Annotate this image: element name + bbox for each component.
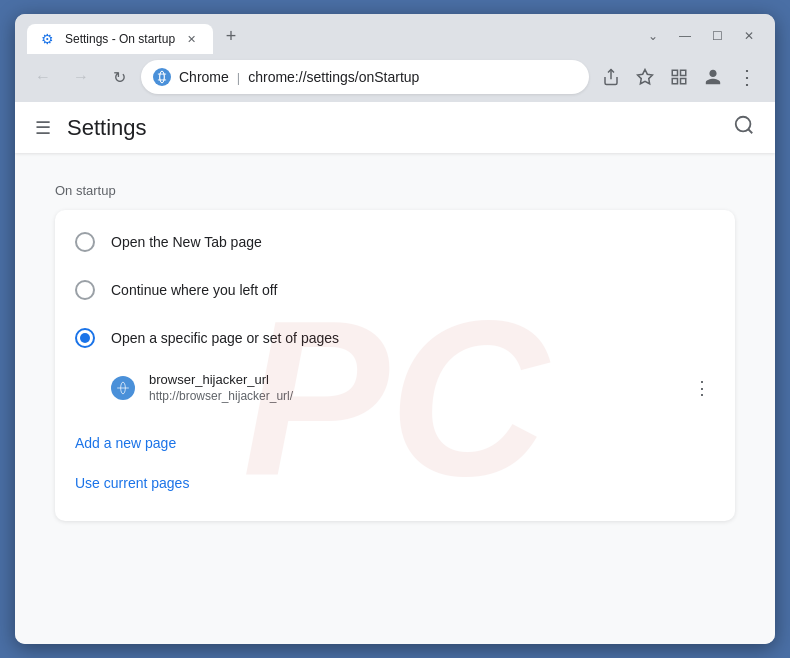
tab-favicon-icon: ⚙: [41, 31, 57, 47]
maximize-button[interactable]: ☐: [703, 26, 731, 46]
extensions-icon[interactable]: [663, 61, 695, 93]
share-icon[interactable]: [595, 61, 627, 93]
settings-content: ☰ Settings PC On startup Open th: [15, 102, 775, 644]
site-favicon: [153, 68, 171, 86]
option-continue[interactable]: Continue where you left off: [55, 266, 735, 314]
menu-icon[interactable]: ⋮: [731, 61, 763, 93]
page-url: http://browser_hijacker_url/: [149, 389, 675, 403]
radio-continue[interactable]: [75, 280, 95, 300]
svg-line-9: [748, 129, 752, 133]
on-startup-section-label: On startup: [55, 183, 735, 198]
minimize-button[interactable]: —: [671, 26, 699, 46]
startup-options-card: Open the New Tab page Continue where you…: [55, 210, 735, 521]
page-info: browser_hijacker_url http://browser_hija…: [149, 372, 675, 403]
dropdown-button[interactable]: ⌄: [639, 26, 667, 46]
active-tab[interactable]: ⚙ Settings - On startup ✕: [27, 24, 213, 54]
settings-title-row: ☰ Settings: [35, 115, 147, 141]
page-menu-button[interactable]: ⋮: [689, 373, 715, 403]
new-tab-button[interactable]: +: [217, 22, 245, 50]
svg-marker-3: [638, 70, 653, 84]
settings-search-icon[interactable]: [733, 114, 755, 141]
use-current-pages-link[interactable]: Use current pages: [75, 467, 189, 499]
tab-close-button[interactable]: ✕: [183, 31, 199, 47]
option-specific-label: Open a specific page or set of pages: [111, 330, 339, 346]
tab-title: Settings - On startup: [65, 32, 175, 46]
title-bar: ⚙ Settings - On startup ✕ + ⌄ — ☐ ✕: [15, 14, 775, 54]
svg-rect-6: [681, 79, 686, 84]
svg-rect-5: [681, 70, 686, 75]
page-favicon-icon: [111, 376, 135, 400]
profile-icon[interactable]: [697, 61, 729, 93]
option-new-tab-label: Open the New Tab page: [111, 234, 262, 250]
window-controls: ⌄ — ☐ ✕: [639, 26, 763, 46]
address-separator: |: [237, 70, 240, 85]
option-specific[interactable]: Open a specific page or set of pages: [55, 314, 735, 362]
radio-specific[interactable]: [75, 328, 95, 348]
address-bar[interactable]: Chrome | chrome://settings/onStartup: [141, 60, 589, 94]
svg-rect-4: [672, 70, 677, 75]
page-entry-row: browser_hijacker_url http://browser_hija…: [55, 362, 735, 413]
settings-header: ☰ Settings: [15, 102, 775, 153]
radio-new-tab[interactable]: [75, 232, 95, 252]
tab-strip: ⚙ Settings - On startup ✕ +: [27, 22, 631, 54]
link-actions: Add a new page Use current pages: [55, 413, 735, 513]
browser-window: ⚙ Settings - On startup ✕ + ⌄ — ☐ ✕ ← → …: [15, 14, 775, 644]
back-button[interactable]: ←: [27, 61, 59, 93]
address-url: chrome://settings/onStartup: [248, 69, 419, 85]
svg-rect-7: [672, 79, 677, 84]
close-button[interactable]: ✕: [735, 26, 763, 46]
settings-page-title: Settings: [67, 115, 147, 141]
svg-point-0: [156, 71, 168, 83]
refresh-button[interactable]: ↻: [103, 61, 135, 93]
svg-point-8: [736, 117, 751, 132]
forward-button[interactable]: →: [65, 61, 97, 93]
hamburger-menu-icon[interactable]: ☰: [35, 117, 51, 139]
option-continue-label: Continue where you left off: [111, 282, 277, 298]
address-site-name: Chrome: [179, 69, 229, 85]
add-new-page-link[interactable]: Add a new page: [75, 427, 176, 459]
bookmark-icon[interactable]: [629, 61, 661, 93]
toolbar: ← → ↻ Chrome | chrome://settings/onStart…: [15, 54, 775, 102]
radio-inner-dot: [80, 333, 90, 343]
page-name: browser_hijacker_url: [149, 372, 675, 387]
toolbar-icons: ⋮: [595, 61, 763, 93]
option-new-tab[interactable]: Open the New Tab page: [55, 218, 735, 266]
main-content: PC On startup Open the New Tab page Cont…: [15, 153, 775, 644]
